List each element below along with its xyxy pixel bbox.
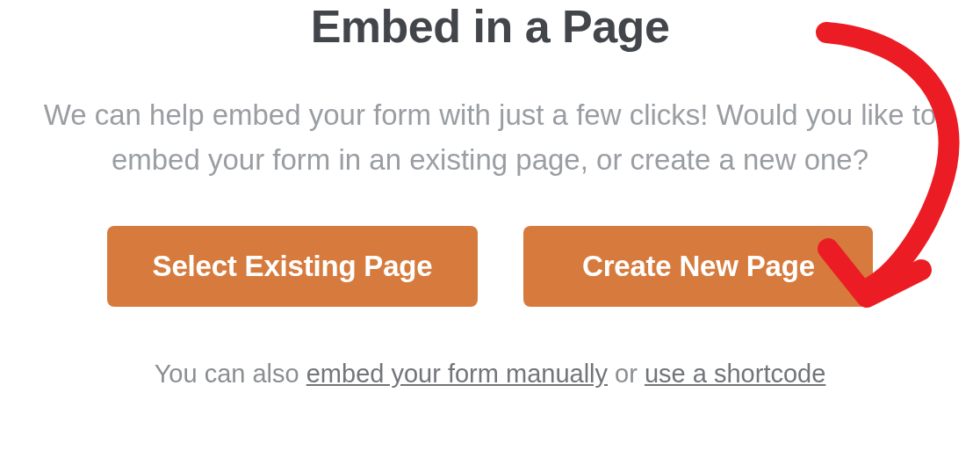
footer-middle: or [608, 360, 645, 388]
modal-title: Embed in a Page [311, 2, 670, 52]
footer-text: You can also embed your form manually or… [155, 360, 826, 389]
use-shortcode-link[interactable]: use a shortcode [645, 360, 825, 388]
footer-prefix: You can also [155, 360, 306, 388]
select-existing-page-button[interactable]: Select Existing Page [107, 226, 479, 307]
embed-modal: Embed in a Page We can help embed your f… [0, 0, 980, 458]
embed-manually-link[interactable]: embed your form manually [306, 360, 608, 388]
modal-subtitle: We can help embed your form with just a … [7, 92, 973, 182]
create-new-page-button[interactable]: Create New Page [523, 226, 873, 307]
button-row: Select Existing Page Create New Page [107, 226, 874, 307]
